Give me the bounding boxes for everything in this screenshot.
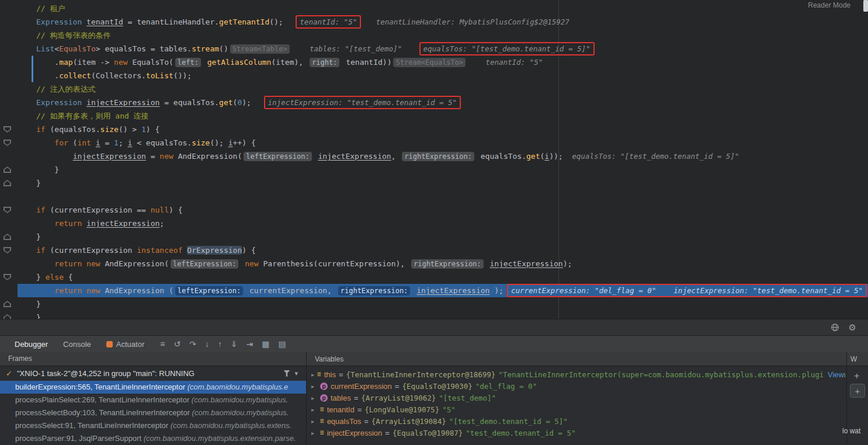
code-text [82,98,86,107]
variable-row[interactable]: ▸≡equalsTos = {ArrayList@19084} "[test_d… [307,415,846,427]
param-name-hint: rightExpression: [411,259,484,269]
code-keyword: null [151,206,169,214]
code-text: = [100,138,114,147]
variable-row[interactable]: ▸ptables = {ArrayList@19062} "[test_demo… [307,392,846,404]
resume-icon[interactable]: ↺ [173,339,180,349]
code-variable-reassigned: injectExpression [86,98,159,107]
fold-marker[interactable] [4,126,11,133]
fold-marker[interactable] [4,301,11,307]
chevron-right-icon[interactable]: ▸ [311,371,314,378]
code-line-22[interactable]: return new AndExpression (leftExpression… [18,284,868,297]
code-comment: // 构造每张表的条件 [36,31,110,40]
code-line-23[interactable]: } [18,297,868,311]
filter-funnel-icon[interactable] [283,370,290,377]
code-line-1[interactable]: // 租户 [18,2,868,15]
step-out-icon[interactable]: ↑ [218,339,222,349]
fold-marker[interactable] [4,140,11,146]
code-line-13[interactable]: } [18,163,868,176]
chevron-down-icon[interactable]: ▾ [294,370,298,377]
code-keyword: if [36,246,46,255]
fold-marker[interactable] [4,180,11,186]
code-area[interactable]: // 租户Expression tenantId = tenantLineHan… [18,2,868,319]
chevron-right-icon[interactable]: ▸ [311,395,317,401]
code-line-17[interactable]: return injectExpression; [18,217,868,230]
tab-console[interactable]: Console [55,336,99,352]
frame-package: (com.baomidou.mybatisplus. [192,395,288,404]
code-text: ) { [146,125,159,134]
stack-frame[interactable]: processSelectBody:103, TenantLineInnerIn… [0,406,306,419]
variable-row[interactable]: ▸≡tenantId = {LongValue@19075} "5" [307,404,846,415]
code-line-14[interactable]: } [18,176,868,190]
editor-scrollbar-thumb[interactable] [863,0,868,12]
stack-frame[interactable]: processSelect:91, TenantLineInnerInterce… [0,419,306,432]
code-line-15[interactable] [18,190,868,203]
code-line-11[interactable]: for (int i = 1; i < equalsTos.size(); i+… [18,136,868,150]
equals-sign: = [357,405,362,414]
code-editor[interactable]: // 租户Expression tenantId = tenantLineHan… [0,0,868,319]
code-line-6[interactable]: .collect(Collectors.toList()); [18,69,868,82]
stack-frame[interactable]: processPlainSelect:269, TenantLineInnerI… [0,394,306,406]
code-type: List [36,44,54,53]
fold-marker[interactable] [4,247,11,253]
tab-debugger[interactable]: Debugger [7,336,55,352]
fold-marker[interactable] [4,314,11,319]
add-watch-icon[interactable]: + [854,371,859,381]
code-line-24[interactable]: } [18,311,868,319]
code-line-4[interactable]: List<EqualsTo> equalsTos = tables.stream… [18,42,868,55]
fold-marker[interactable] [4,274,11,280]
new-watch-button[interactable]: + [850,384,865,398]
view-breakpoints-icon[interactable]: ▦ [262,339,269,349]
globe-icon[interactable] [831,323,839,332]
code-comment: // 注入的表达式 [36,85,95,93]
step-into-icon[interactable]: ↓ [205,339,209,349]
fold-marker[interactable] [4,166,11,173]
code-text: ; [119,138,128,147]
variable-name: injectExpression [327,429,383,437]
code-text: (currentExpression [46,246,137,255]
variable-value: "[test_demo.tenant_id = 5]" [449,417,568,426]
code-line-5[interactable]: .map(item -> new EqualsTo(left: getAlias… [18,55,868,69]
hamburger-menu-icon[interactable]: ≡ [160,339,165,349]
code-line-9[interactable]: // 如果有多表，则用 and 连接 [18,109,868,123]
variable-row[interactable]: ▸≡injectExpression = {EqualsTo@19087} "t… [307,427,846,439]
variable-row[interactable]: ▸pcurrentExpression = {EqualsTo@19030} "… [307,380,846,392]
fold-marker[interactable] [4,207,11,213]
chevron-right-icon[interactable]: ▸ [311,406,317,413]
stack-frame[interactable]: processParser:91, JsqlParserSupport (com… [0,432,306,445]
code-line-7[interactable]: // 注入的表达式 [18,82,868,96]
stack-frame[interactable]: builderExpression:565, TenantLineInnerIn… [0,381,306,394]
chevron-right-icon[interactable]: ▸ [311,430,317,436]
view-link[interactable]: View [823,370,844,379]
step-over-icon[interactable]: ↷ [189,339,196,349]
code-line-16[interactable]: if (currentExpression == null) { [18,203,868,217]
settings-gear-icon[interactable]: ⚙ [849,323,856,332]
code-text: = [146,152,159,161]
code-text [203,58,207,67]
code-text [91,138,96,147]
reader-mode-label[interactable]: Reader Mode [808,1,850,9]
frame-package: (com.baomidou.mybatisplus. [192,408,289,417]
variables-list: ▸≡this = {TenantLineInnerInterceptor@186… [307,366,846,439]
run-to-cursor-icon[interactable]: ⇥ [246,339,254,349]
variable-row[interactable]: ▸≡this = {TenantLineInnerInterceptor@186… [307,368,846,380]
layout-settings-icon[interactable]: ▤ [279,339,286,349]
code-line-20[interactable]: return new AndExpression(leftExpression:… [18,257,868,270]
code-line-2[interactable]: Expression tenantId = tenantLineHandler.… [18,15,868,29]
code-line-12[interactable]: injectExpression = new AndExpression(lef… [18,150,868,163]
tab-actuator[interactable]: Actuator [99,336,152,352]
code-text: ) { [242,246,255,255]
chevron-right-icon[interactable]: ▸ [311,383,317,390]
force-step-icon[interactable]: ⇓ [231,339,238,349]
code-line-8[interactable]: Expression injectExpression = equalsTos.… [18,96,868,109]
thread-selector[interactable]: ✓ "XNIO-1 task-2"@14,252 in group "main"… [0,366,306,381]
code-line-18[interactable]: } [18,230,868,244]
code-line-3[interactable]: // 构造每张表的条件 [18,29,868,42]
code-line-21[interactable]: } else { [18,270,868,284]
code-keyword: return [54,286,82,295]
code-variable-reassigned: i [228,138,233,147]
code-line-19[interactable]: if (currentExpression instanceof OrExpre… [18,244,868,257]
chevron-right-icon[interactable]: ▸ [311,418,317,425]
code-text [36,286,54,295]
code-line-10[interactable]: if (equalsTos.size() > 1) { [18,123,868,136]
fold-marker[interactable] [4,234,11,240]
